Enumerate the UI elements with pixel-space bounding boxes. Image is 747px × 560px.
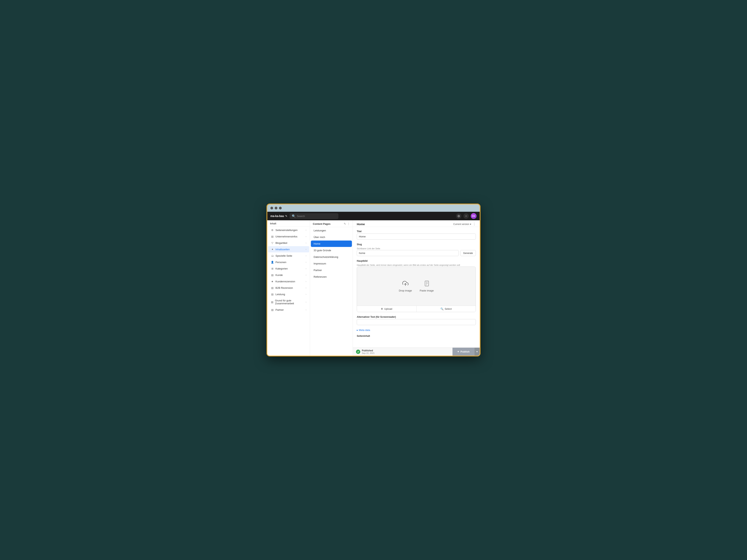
edit-header: Home Current version ▾ ⋮ [353, 220, 480, 227]
sidebar-item-unternehmensinfos[interactable]: ▤ Unternehmensinfos › [268, 233, 309, 240]
published-dot [356, 350, 360, 354]
upload-icon [402, 281, 409, 288]
titel-group: Titel [357, 230, 476, 240]
edit-brand-icon[interactable]: ✎ [285, 215, 287, 218]
select-btn-icon: 🔍 [440, 308, 443, 310]
edit-area: Home Current version ▾ ⋮ Titel [353, 220, 480, 356]
sidebar-item-kunde[interactable]: ▤ Kunde › [268, 272, 309, 278]
sidebar-item-blogartikel[interactable]: ▽ Blogartikel › [268, 240, 309, 246]
hauptbild-label: Hauptbild [357, 260, 476, 262]
sidebar-item-seiteneinstellungen[interactable]: ⚙ Seiteneinstellungen › [268, 227, 309, 233]
sidebar-item-partner[interactable]: ▤ Partner › [268, 306, 309, 313]
content-panel-edit-icon[interactable]: ✎ [344, 222, 346, 225]
sidebar-item-inhaltsseiten[interactable]: ✦ Inhaltsseiten › [268, 246, 309, 252]
drop-image-label: Drop image [399, 289, 412, 292]
sidebar-header: Inhalt [267, 220, 310, 227]
published-label: Published [362, 349, 375, 352]
paste-image-label: Paste image [420, 289, 434, 292]
chevron-down-icon: ▾ [470, 223, 471, 225]
alt-text-group: Alternativer Text (für Screenreader) [357, 316, 476, 325]
content-panel-header: Content Pages ✎ ⋮ [310, 220, 353, 227]
publish-dropdown-button[interactable]: ▾ [474, 348, 480, 356]
sidebar-item-grund-fuer[interactable]: ▤ Grund für gute Zusammenarbeit › [268, 297, 309, 306]
chevron-right-icon: › [306, 301, 306, 303]
page-item-impressum[interactable]: Impressum [311, 260, 352, 267]
alt-text-label: Alternativer Text (für Screenreader) [357, 316, 476, 318]
content-panel-more-icon[interactable]: ⋮ [347, 222, 350, 225]
kunde-icon: ▤ [271, 273, 274, 276]
meta-data-link[interactable]: ▸ Meta data [357, 329, 476, 331]
slug-group: Slug Sichtbarer Link der Seite Generate [357, 243, 476, 256]
titel-input[interactable] [357, 234, 476, 240]
chevron-right-icon: › [306, 248, 306, 250]
search-input[interactable] [297, 215, 336, 218]
page-item-referenzen[interactable]: Referenzen [311, 273, 352, 280]
bottom-bar: Published Sep 22, 2021 ✦ Publish ▾ [353, 347, 480, 356]
slug-label: Slug [357, 243, 476, 246]
slug-input[interactable] [357, 250, 459, 256]
content-panel: Content Pages ✎ ⋮ Leistungen Über mich H… [310, 220, 353, 356]
browser-window: ma-ka-bau ✎ 🔍 ⚙ ○ DS Inhalt ⚙ [266, 204, 481, 356]
settings-icon-btn[interactable]: ⚙ [456, 213, 461, 219]
chevron-right-icon: › [306, 274, 306, 276]
chevron-right-icon: › [306, 280, 306, 283]
traffic-light-maximize[interactable] [279, 207, 282, 209]
page-item-datenschutzerklaerung[interactable]: Datenschutzerklärung [311, 254, 352, 260]
partner-icon: ▤ [271, 308, 274, 311]
navbar-brand[interactable]: ma-ka-bau ✎ [271, 214, 287, 218]
publish-button[interactable]: ✦ Publish [453, 348, 474, 356]
app-container: ma-ka-bau ✎ 🔍 ⚙ ○ DS Inhalt ⚙ [267, 212, 480, 356]
traffic-light-minimize[interactable] [275, 207, 277, 209]
chevron-right-icon: › [306, 309, 306, 311]
main-layout: Inhalt ⚙ Seiteneinstellungen › ▤ Unterne… [267, 220, 480, 356]
page-item-ueber-mich[interactable]: Über mich [311, 234, 352, 240]
avatar[interactable]: DS [471, 213, 476, 219]
navbar-search-box[interactable]: 🔍 [290, 213, 338, 219]
publish-icon: ✦ [457, 350, 459, 353]
chevron-right-icon: › [306, 235, 306, 238]
chevron-right-icon: › [306, 287, 306, 289]
sidebar-item-spezielle-seite[interactable]: 🗂 Spezielle Seite › [268, 252, 309, 259]
edit-more-icon[interactable]: ⋮ [473, 222, 476, 226]
drop-image-option: Drop image [399, 281, 412, 292]
unternehmensinfos-icon: ▤ [271, 235, 274, 238]
grund-fuer-icon: ▤ [271, 300, 274, 303]
hauptbild-group: Hauptbild Hauptbild der Seite, wird imme… [357, 260, 476, 312]
sidebar-item-kategorien[interactable]: ⊞ Kategorien › [268, 265, 309, 272]
image-drop-area: Drop image [357, 267, 476, 312]
sidebar-item-personen[interactable]: 👤 Personen › [268, 259, 309, 265]
sidebar-item-kundenrezension[interactable]: ★ Kundenrezension › [268, 278, 309, 285]
titel-label: Titel [357, 230, 476, 233]
page-item-leistungen[interactable]: Leistungen [311, 227, 352, 234]
alt-text-input[interactable] [357, 319, 476, 325]
b2b-rezension-icon: ▤ [271, 286, 274, 289]
image-drop-zone[interactable]: Drop image [357, 267, 475, 306]
leistung-icon: ▤ [271, 293, 274, 296]
version-select[interactable]: Current version ▾ [453, 223, 471, 225]
upload-button[interactable]: ⬆ Upload [357, 306, 416, 312]
traffic-light-close[interactable] [271, 207, 273, 209]
chevron-right-icon: › [306, 242, 306, 244]
seiteneinstellungen-icon: ⚙ [271, 229, 274, 232]
page-item-partner[interactable]: Partner [311, 267, 352, 273]
content-panel-title: Content Pages [313, 222, 331, 225]
sidebar-item-b2b-rezension[interactable]: ▤ B2B Rezension › [268, 285, 309, 291]
chevron-right-icon: › [306, 229, 306, 231]
brand-name: ma-ka-bau [271, 214, 284, 218]
sidebar-item-leistung[interactable]: ▤ Leistung › [268, 291, 309, 297]
paste-icon [424, 281, 430, 288]
generate-button[interactable]: Generate [460, 250, 476, 256]
browser-titlebar [267, 204, 480, 212]
page-item-home[interactable]: Home [311, 241, 352, 247]
blogartikel-icon: ▽ [271, 241, 274, 244]
notification-icon-btn[interactable]: ○ [463, 213, 469, 219]
slug-sublabel: Sichtbarer Link der Seite [357, 247, 380, 250]
personen-icon: 👤 [271, 261, 274, 264]
chevron-down-icon: ▾ [476, 350, 478, 353]
page-item-33-gute-gruende[interactable]: 33 gute Gründe [311, 247, 352, 254]
publish-btn-group: ✦ Publish ▾ [453, 348, 480, 356]
select-button[interactable]: 🔍 Select [416, 306, 476, 312]
seiteninhalt-label: Seiteninhalt [357, 335, 476, 337]
kundenrezension-icon: ★ [271, 280, 274, 283]
chevron-right-icon: › [306, 293, 306, 295]
